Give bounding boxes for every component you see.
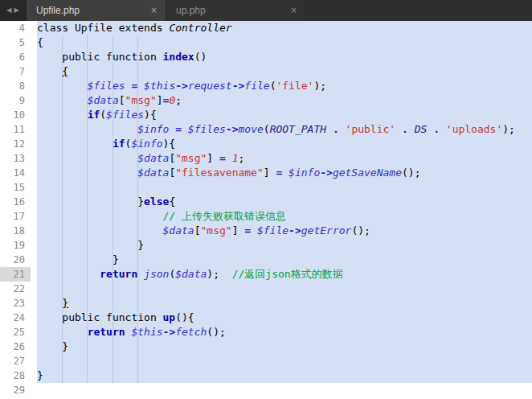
line-number: 11 <box>0 122 31 137</box>
code-line[interactable]: 4class Upfile extends Controller <box>0 21 532 35</box>
line-number: 20 <box>0 253 31 267</box>
fold-margin <box>31 79 37 93</box>
code-line[interactable]: 26 } <box>0 339 532 354</box>
code-text: $data["msg"] = 1; <box>37 151 532 166</box>
fold-margin <box>31 296 37 311</box>
line-number: 5 <box>0 35 31 50</box>
code-line[interactable]: 22 <box>0 282 532 296</box>
scroll-tabs-right-icon[interactable]: ▶ <box>14 7 19 14</box>
code-line[interactable]: 5{ <box>0 35 532 50</box>
line-number: 7 <box>0 64 31 79</box>
fold-margin <box>31 166 37 180</box>
code-line[interactable]: 8 $files = $this->request->file('file'); <box>0 79 532 93</box>
code-line[interactable]: 6 public function index() <box>0 50 532 64</box>
fold-margin <box>31 64 37 79</box>
code-text: if($info){ <box>37 137 532 151</box>
code-text <box>37 282 532 296</box>
code-text: if($files){ <box>37 108 532 122</box>
line-number: 9 <box>0 93 31 108</box>
line-number: 12 <box>0 137 31 151</box>
line-number: 15 <box>0 180 31 195</box>
code-text <box>37 180 532 195</box>
tab-label: Upfile.php <box>36 5 149 16</box>
fold-margin <box>31 50 37 64</box>
code-text: public function index() <box>37 50 532 64</box>
code-line[interactable]: 12 if($info){ <box>0 137 532 151</box>
code-text: $data["filesavename"] = $info->getSaveNa… <box>37 166 532 180</box>
fold-margin <box>31 21 37 35</box>
code-line[interactable]: 17 // 上传失败获取错误信息 <box>0 209 532 224</box>
tab-scroll-buttons: ◀ ▶ <box>0 0 27 21</box>
line-number: 17 <box>0 209 31 224</box>
line-number: 26 <box>0 339 31 354</box>
code-line[interactable]: 16 }else{ <box>0 195 532 209</box>
code-text: { <box>37 64 532 79</box>
fold-margin <box>31 195 37 209</box>
line-number: 19 <box>0 238 31 253</box>
fold-margin <box>31 122 37 137</box>
code-text: public function up(){ <box>37 311 532 325</box>
code-lines: 4class Upfile extends Controller5{6 publ… <box>0 21 532 397</box>
scroll-tabs-left-icon[interactable]: ◀ <box>6 7 11 14</box>
code-line[interactable]: 20 } <box>0 253 532 267</box>
code-line[interactable]: 13 $data["msg"] = 1; <box>0 151 532 166</box>
line-number: 27 <box>0 354 31 368</box>
code-line[interactable]: 29 <box>0 383 532 397</box>
code-text: class Upfile extends Controller <box>37 21 532 35</box>
code-line[interactable]: 18 $data["msg"] = $file->getError(); <box>0 224 532 238</box>
tab-bar-filler <box>306 0 532 21</box>
fold-margin <box>31 238 37 253</box>
code-line[interactable]: 11 $info = $files->move(ROOT_PATH . 'pub… <box>0 122 532 137</box>
line-number: 21 <box>0 267 31 282</box>
code-line[interactable]: 24 public function up(){ <box>0 311 532 325</box>
tab-bar: ◀ ▶ Upfile.php × up.php × <box>0 0 532 21</box>
fold-margin <box>31 339 37 354</box>
fold-margin <box>31 368 37 383</box>
code-text: // 上传失败获取错误信息 <box>37 209 532 224</box>
code-line[interactable]: 7 { <box>0 64 532 79</box>
code-text: }else{ <box>37 195 532 209</box>
close-icon[interactable]: × <box>149 6 158 15</box>
line-number: 16 <box>0 195 31 209</box>
close-icon[interactable]: × <box>289 6 298 15</box>
code-text: return $this->fetch(); <box>37 325 532 339</box>
fold-margin <box>31 108 37 122</box>
code-line[interactable]: 10 if($files){ <box>0 108 532 122</box>
line-number: 4 <box>0 21 31 35</box>
fold-margin <box>31 151 37 166</box>
code-line[interactable]: 15 <box>0 180 532 195</box>
line-number: 28 <box>0 368 31 383</box>
line-number: 13 <box>0 151 31 166</box>
code-line[interactable]: 19 } <box>0 238 532 253</box>
line-number: 29 <box>0 383 31 397</box>
line-number: 25 <box>0 325 31 339</box>
line-number: 22 <box>0 282 31 296</box>
fold-margin <box>31 383 37 397</box>
code-line[interactable]: 9 $data["msg"]=0; <box>0 93 532 108</box>
code-text: } <box>37 253 532 267</box>
code-editor[interactable]: 4class Upfile extends Controller5{6 publ… <box>0 21 532 399</box>
fold-margin <box>31 224 37 238</box>
line-number: 18 <box>0 224 31 238</box>
fold-margin <box>31 253 37 267</box>
code-line[interactable]: 23 } <box>0 296 532 311</box>
line-number: 10 <box>0 108 31 122</box>
code-line[interactable]: 27 <box>0 354 532 368</box>
line-number: 24 <box>0 311 31 325</box>
tab-upfile-php[interactable]: Upfile.php × <box>27 0 166 21</box>
code-line[interactable]: 28} <box>0 368 532 383</box>
code-line[interactable]: 25 return $this->fetch(); <box>0 325 532 339</box>
fold-margin <box>31 354 37 368</box>
code-text: { <box>37 35 532 50</box>
line-number: 8 <box>0 79 31 93</box>
fold-margin <box>31 93 37 108</box>
tab-up-php[interactable]: up.php × <box>166 0 306 21</box>
code-text: $data["msg"] = $file->getError(); <box>37 224 532 238</box>
code-text: $data["msg"]=0; <box>37 93 532 108</box>
code-line[interactable]: 14 $data["filesavename"] = $info->getSav… <box>0 166 532 180</box>
code-text: $files = $this->request->file('file'); <box>37 79 532 93</box>
code-line[interactable]: 21 return json($data); //返回json格式的数据 <box>0 267 532 282</box>
fold-margin <box>31 137 37 151</box>
code-text: } <box>37 238 532 253</box>
line-number: 6 <box>0 50 31 64</box>
